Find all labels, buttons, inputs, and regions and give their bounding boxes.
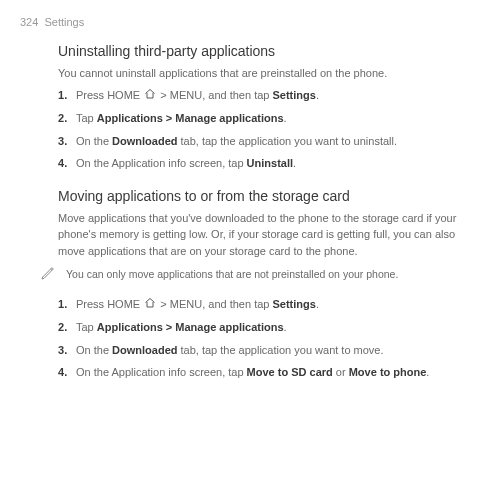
home-icon [144, 297, 156, 314]
list-item: Tap Applications > Manage applications. [76, 110, 480, 127]
page-header: 324 Settings [20, 14, 480, 31]
page-number: 324 [20, 16, 38, 28]
step-text: Press HOME [76, 89, 143, 101]
page-content: Uninstalling third-party applications Yo… [20, 41, 480, 381]
step-text: tab, tap the application you want to uni… [177, 135, 397, 147]
list-item: On the Application info screen, tap Unin… [76, 155, 480, 172]
step-text: Tap [76, 321, 97, 333]
note-text: You can only move applications that are … [66, 265, 398, 283]
step-text: . [284, 321, 287, 333]
step-bold: Downloaded [112, 344, 177, 356]
step-text: . [316, 89, 319, 101]
step-bold: Settings [273, 298, 316, 310]
steps-uninstall: Press HOME > MENU, and then tap Settings… [58, 87, 480, 172]
step-bold: Applications > Manage applications [97, 112, 284, 124]
steps-moving: Press HOME > MENU, and then tap Settings… [58, 296, 480, 381]
step-text: . [284, 112, 287, 124]
step-text: > MENU, and then tap [157, 298, 272, 310]
list-item: On the Downloaded tab, tap the applicati… [76, 342, 480, 359]
step-bold: Settings [273, 89, 316, 101]
list-item: Tap Applications > Manage applications. [76, 319, 480, 336]
step-bold: Move to SD card [247, 366, 333, 378]
breadcrumb: Settings [44, 16, 84, 28]
section-title-uninstall: Uninstalling third-party applications [58, 41, 480, 62]
step-text: or [333, 366, 349, 378]
step-text: On the [76, 344, 112, 356]
section-intro-moving: Move applications that you've downloaded… [58, 210, 480, 260]
list-item: On the Application info screen, tap Move… [76, 364, 480, 381]
step-bold: Downloaded [112, 135, 177, 147]
step-text: . [293, 157, 296, 169]
step-bold: Applications > Manage applications [97, 321, 284, 333]
step-text: On the Application info screen, tap [76, 157, 247, 169]
step-text: Press HOME [76, 298, 143, 310]
step-text: On the Application info screen, tap [76, 366, 247, 378]
section-intro-uninstall: You cannot uninstall applications that a… [58, 65, 480, 82]
list-item: On the Downloaded tab, tap the applicati… [76, 133, 480, 150]
step-text: tab, tap the application you want to mov… [177, 344, 383, 356]
pencil-icon [40, 265, 56, 286]
step-text: . [426, 366, 429, 378]
step-bold: Move to phone [349, 366, 427, 378]
section-title-moving: Moving applications to or from the stora… [58, 186, 480, 207]
home-icon [144, 88, 156, 105]
list-item: Press HOME > MENU, and then tap Settings… [76, 87, 480, 104]
list-item: Press HOME > MENU, and then tap Settings… [76, 296, 480, 313]
step-text: . [316, 298, 319, 310]
step-text: > MENU, and then tap [157, 89, 272, 101]
step-bold: Uninstall [247, 157, 293, 169]
note: You can only move applications that are … [40, 265, 480, 286]
step-text: Tap [76, 112, 97, 124]
step-text: On the [76, 135, 112, 147]
